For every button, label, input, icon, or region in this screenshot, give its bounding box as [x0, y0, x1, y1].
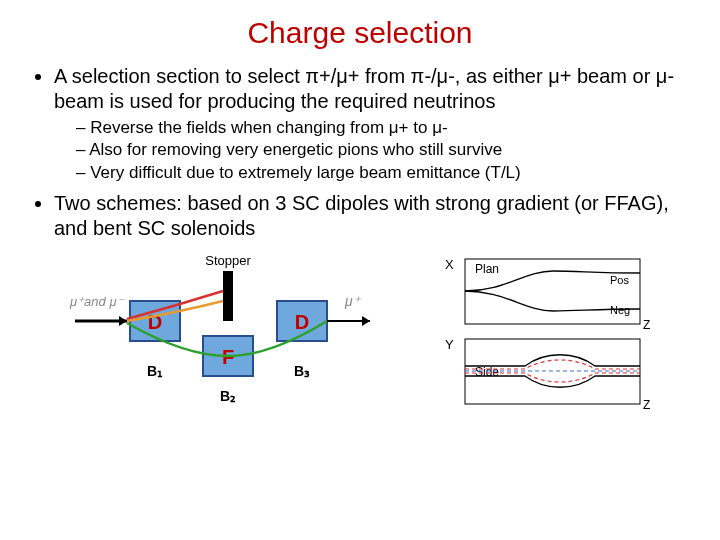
pos-label: Pos — [610, 274, 629, 286]
neg-label: Neg — [610, 304, 630, 316]
plan-label: Plan — [475, 262, 499, 276]
z2-label: Z — [643, 398, 650, 411]
output-label: μ⁺ — [344, 293, 362, 309]
input-label: μ⁺and μ⁻ — [69, 294, 125, 309]
svg-rect-4 — [223, 271, 233, 321]
solenoid-diagram: X Plan Pos Neg Z Y Side Z — [435, 251, 655, 411]
svg-marker-7 — [362, 316, 370, 326]
y-label: Y — [445, 337, 454, 352]
bullet-list: A selection section to select π+/μ+ from… — [34, 64, 690, 241]
svg-marker-1 — [119, 316, 127, 326]
stopper-label: Stopper — [205, 253, 251, 268]
sub-bullet-list: Reverse the fields when changing from μ+… — [76, 118, 690, 183]
diagram-row: μ⁺and μ⁻ D B₁ F B₂ Stopper D B₃ — [30, 251, 690, 411]
side-label: Side — [475, 365, 499, 379]
sub-bullet-1: Reverse the fields when changing from μ+… — [76, 118, 690, 138]
b1-label: B₁ — [147, 363, 163, 379]
d2-label: D — [295, 311, 309, 333]
dipole-diagram: μ⁺and μ⁻ D B₁ F B₂ Stopper D B₃ — [65, 251, 405, 411]
slide-title: Charge selection — [30, 16, 690, 50]
bullet-1: A selection section to select π+/μ+ from… — [54, 64, 690, 183]
b3-label: B₃ — [294, 363, 310, 379]
bullet-1-text: A selection section to select π+/μ+ from… — [54, 65, 674, 112]
sub-bullet-3: Very difficult due to extremely large be… — [76, 163, 690, 183]
b2-label: B₂ — [220, 388, 236, 404]
sub-bullet-2: Also for removing very energetic pions w… — [76, 140, 690, 160]
bullet-2: Two schemes: based on 3 SC dipoles with … — [54, 191, 690, 241]
z1-label: Z — [643, 318, 650, 332]
x-label: X — [445, 257, 454, 272]
